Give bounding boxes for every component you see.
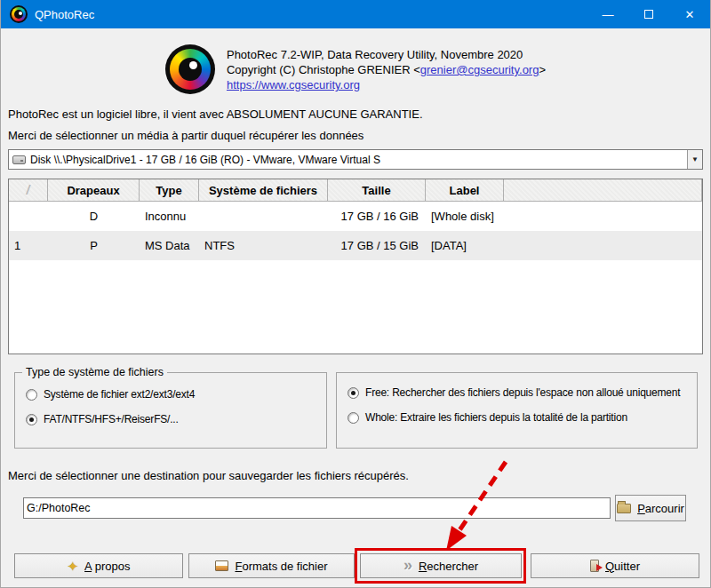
- quit-button[interactable]: Quitter: [531, 553, 699, 578]
- email-link[interactable]: grenier@cgsecurity.org: [420, 63, 539, 76]
- radio-whole-partition[interactable]: Whole: Extraire les fichiers depuis la t…: [348, 411, 688, 424]
- browse-button-label: Parcourir: [637, 502, 684, 515]
- destination-path-input[interactable]: [23, 497, 611, 519]
- radio-free-space[interactable]: Free: Rechercher des fichiers depuis l'e…: [348, 386, 688, 399]
- titlebar: QPhotoRec — ✕: [1, 0, 710, 28]
- folder-icon: [617, 504, 631, 513]
- maximize-button[interactable]: [628, 0, 669, 28]
- media-select-value: Disk \\.\PhysicalDrive1 - 17 GB / 16 GiB…: [30, 154, 687, 166]
- radio-ext2-ext3-ext4[interactable]: Système de fichier ext2/ext3/ext4: [26, 388, 317, 401]
- minimize-button[interactable]: —: [587, 0, 628, 28]
- table-row[interactable]: 1 P MS Data NTFS 17 GB / 15 GiB [DATA]: [9, 231, 702, 260]
- radio-fat-ntfs[interactable]: FAT/NTFS/HFS+/ReiserFS/...: [26, 413, 317, 425]
- table-row[interactable]: D Inconnu 17 GB / 16 GiB [Whole disk]: [9, 202, 702, 231]
- close-icon: ✕: [685, 8, 695, 21]
- version-line: PhotoRec 7.2-WIP, Data Recovery Utility,…: [227, 47, 546, 62]
- search-button-label: Rechercher: [419, 560, 478, 573]
- header-text: PhotoRec 7.2-WIP, Data Recovery Utility,…: [227, 44, 546, 92]
- fs-type-group-title: Type de système de fichiers: [22, 366, 167, 378]
- sparkle-icon: ✦: [68, 560, 79, 573]
- qphotorec-window: QPhotoRec — ✕ PhotoRec 7.2-WIP, Data Rec…: [0, 0, 711, 588]
- app-icon: [10, 5, 28, 23]
- warranty-text: PhotoRec est un logiciel libre, il vient…: [8, 107, 423, 121]
- column-header-label[interactable]: Label: [426, 179, 504, 202]
- radio-icon: [26, 414, 37, 425]
- exit-door-icon: [590, 560, 599, 572]
- browse-button[interactable]: Parcourir: [615, 495, 686, 521]
- window-controls: — ✕: [587, 0, 710, 28]
- radio-icon: [348, 387, 359, 399]
- destination-label: Merci de sélectionner une destination po…: [8, 469, 409, 482]
- radio-icon: [348, 412, 359, 424]
- fs-type-groupbox: Type de système de fichiers Système de f…: [14, 372, 327, 449]
- maximize-icon: [644, 10, 653, 19]
- quit-button-label: Quitter: [605, 560, 640, 573]
- about-button-label: A propos: [84, 560, 130, 573]
- select-media-text: Merci de sélectionner un média à partir …: [8, 129, 363, 142]
- close-button[interactable]: ✕: [669, 0, 710, 28]
- partition-table: / Drapeaux Type Système de fichiers Tail…: [8, 179, 703, 354]
- column-header-type[interactable]: Type: [140, 179, 199, 202]
- partition-table-header: / Drapeaux Type Système de fichiers Tail…: [9, 179, 702, 202]
- double-chevron-icon: »: [403, 557, 412, 573]
- photorec-logo: [165, 44, 215, 94]
- column-header-filler: [504, 179, 702, 202]
- disk-icon: [12, 155, 26, 164]
- minimize-icon: —: [603, 8, 614, 21]
- media-select-dropdown[interactable]: Disk \\.\PhysicalDrive1 - 17 GB / 16 GiB…: [8, 149, 703, 170]
- app-header: PhotoRec 7.2-WIP, Data Recovery Utility,…: [1, 44, 710, 94]
- scan-mode-groupbox: Free: Rechercher des fichiers depuis l'e…: [336, 372, 698, 449]
- website-link[interactable]: https://www.cgsecurity.org: [227, 78, 360, 91]
- radio-icon: [26, 389, 37, 401]
- about-button[interactable]: ✦ A propos: [14, 553, 183, 578]
- search-button[interactable]: » Rechercher: [360, 553, 522, 578]
- file-formats-button[interactable]: Formats de fichier: [188, 553, 355, 578]
- column-header-corner: /: [9, 179, 48, 202]
- column-header-size[interactable]: Taille: [328, 179, 426, 202]
- chevron-down-icon[interactable]: ▼: [687, 150, 702, 169]
- file-formats-button-label: Formats de fichier: [235, 560, 327, 573]
- image-file-icon: [215, 560, 228, 571]
- window-title: QPhotoRec: [35, 8, 94, 21]
- column-header-flags[interactable]: Drapeaux: [48, 179, 140, 202]
- column-header-filesystem[interactable]: Système de fichiers: [199, 179, 328, 202]
- copyright-line: Copyright (C) Christophe GRENIER <grenie…: [227, 62, 546, 77]
